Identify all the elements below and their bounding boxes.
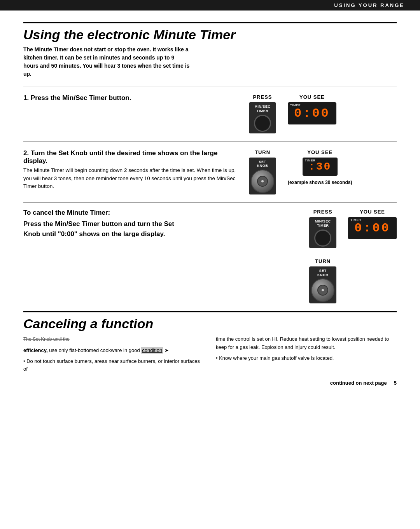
cancel-btn-top: MIN/SECTIMER xyxy=(315,219,331,228)
cancel-display: TIMER 0:00 xyxy=(348,217,397,239)
cancel-display-value: 0:00 xyxy=(354,221,390,235)
canceling-left-line1: The Set Knob until the xyxy=(23,335,204,343)
display-sublabel-1: TIMER xyxy=(290,103,301,107)
canceling-right-line1: time the control is set on HI. Reduce he… xyxy=(216,335,397,351)
cancel-display-sublabel: TIMER xyxy=(350,218,361,222)
press-label-1: PRESS xyxy=(253,94,272,100)
you-see-label-1: YOU SEE xyxy=(299,94,325,100)
knob-top-label-2: SETKNOB xyxy=(257,160,268,168)
you-see-label-2: YOU SEE xyxy=(307,149,332,155)
step-1-controls: PRESS MIN/SECTIMER YOU SEE TIMER 0:00 xyxy=(249,94,397,133)
canceling-efficiency-text: use only flat-bottomed cookware in good xyxy=(49,347,141,353)
turn-label-2: TURN xyxy=(255,149,270,155)
canceling-section: Canceling a function The Set Knob until … xyxy=(23,311,397,376)
cancel-knob-outer xyxy=(311,279,334,302)
page-footer: continued on next page 5 xyxy=(23,376,397,390)
display-value-2: :30 xyxy=(308,161,331,173)
knob-dot-2 xyxy=(261,180,264,182)
step-1-yousee-col: YOU SEE TIMER 0:00 xyxy=(288,94,336,124)
knob-inner-2 xyxy=(257,176,268,187)
cancel-title: To cancel the Minute Timer: xyxy=(23,209,301,217)
canceling-left-line3: • Do not touch surface burners, areas ne… xyxy=(23,357,204,373)
canceling-right-line2: • Know where your main gas shutoff valve… xyxy=(216,354,397,362)
cancel-btn-circle xyxy=(314,229,331,247)
min-sec-timer-button-visual: MIN/SECTIMER xyxy=(249,102,276,133)
cancel-controls: PRESS MIN/SECTIMER TURN SETKNOB xyxy=(309,209,397,303)
step-2-turn-col: TURN SETKNOB xyxy=(249,149,276,195)
bottom-content: The Set Knob until the efficiency, use o… xyxy=(23,335,397,376)
cancel-turn-label: TURN xyxy=(315,258,331,264)
display-1: TIMER 0:00 xyxy=(288,102,336,124)
step-1-title: 1. Press the Min/Sec Timer button. xyxy=(23,94,241,102)
bottom-left-col: The Set Knob until the efficiency, use o… xyxy=(23,335,204,376)
intro-text: The Minute Timer does not start or stop … xyxy=(23,46,191,78)
bottom-right-col: time the control is set on HI. Reduce he… xyxy=(216,335,397,376)
step-2-yousee-col: YOU SEE TIMER :30 (example shows 30 seco… xyxy=(288,149,352,185)
cancel-knob-dot xyxy=(322,289,324,291)
display-sublabel-2: TIMER xyxy=(305,159,315,162)
cancel-text: To cancel the Minute Timer: Press the Mi… xyxy=(23,209,301,243)
set-knob-visual-2: SETKNOB xyxy=(249,158,276,195)
example-text-2: (example shows 30 seconds) xyxy=(288,180,352,185)
step-1-text: 1. Press the Min/Sec Timer button. xyxy=(23,94,241,103)
header-title: USING YOUR RANGE xyxy=(334,2,404,8)
step-1-press-col: PRESS MIN/SECTIMER xyxy=(249,94,276,133)
btn-circle-1 xyxy=(254,115,271,132)
canceling-condition: condition xyxy=(141,347,163,354)
page-title: Using the electronic Minute Timer xyxy=(23,22,397,42)
display-value-1: 0:00 xyxy=(294,106,330,121)
knob-outer-2 xyxy=(251,170,274,193)
cancel-knob-inner xyxy=(317,285,328,296)
cancel-knob-top: SETKNOB xyxy=(317,269,329,277)
step-2-body: The Minute Timer will begin counting dow… xyxy=(23,166,241,191)
canceling-right-bullet2: • Know where your main gas shutoff valve… xyxy=(216,355,334,361)
step-2-controls: TURN SETKNOB YOU SEE TIMER :30 (ex xyxy=(249,149,397,195)
cancel-knob-visual: SETKNOB xyxy=(309,266,336,304)
continued-text: continued on next page xyxy=(330,380,387,386)
cancel-you-see-label: YOU SEE xyxy=(360,209,385,215)
canceling-left-bullet1: • Do not touch surface burners, areas ne… xyxy=(23,358,200,372)
cancel-section: To cancel the Minute Timer: Press the Mi… xyxy=(23,202,397,307)
step-2-title: 2. Turn the Set Knob until the desired t… xyxy=(23,149,241,165)
step-2-text: 2. Turn the Set Knob until the desired t… xyxy=(23,149,241,191)
canceling-title: Canceling a function xyxy=(23,316,397,331)
step-2-row: 2. Turn the Set Knob until the desired t… xyxy=(23,141,397,203)
canceling-efficiency: efficiency, xyxy=(23,347,48,353)
canceling-left-line2: efficiency, use only flat-bottomed cookw… xyxy=(23,347,204,354)
canceling-arrow: ➤ xyxy=(164,347,169,353)
cancel-press-col: PRESS MIN/SECTIMER TURN SETKNOB xyxy=(309,209,336,303)
page-number: 5 xyxy=(394,380,397,386)
btn-top-label-1: MIN/SECTIMER xyxy=(254,105,270,113)
cancel-desc: Press the Min/Sec Timer button and turn … xyxy=(23,219,191,239)
step-1-row: 1. Press the Min/Sec Timer button. PRESS… xyxy=(23,86,397,141)
cancel-yousee-col: YOU SEE TIMER 0:00 xyxy=(348,209,397,239)
display-2: TIMER :30 xyxy=(303,158,338,176)
page-header: USING YOUR RANGE xyxy=(0,0,420,11)
cancel-press-label: PRESS xyxy=(313,209,332,215)
cancel-min-sec-btn: MIN/SECTIMER xyxy=(309,217,336,248)
